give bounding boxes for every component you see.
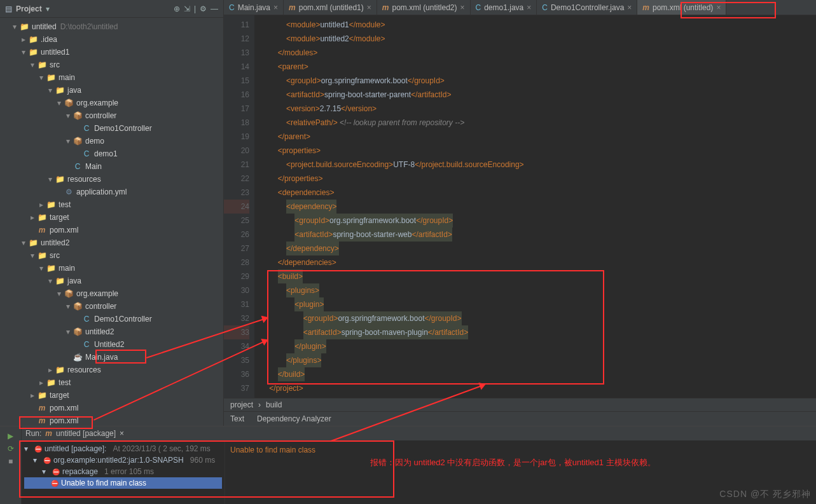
run-tree-row[interactable]: ▾⛔org.example:untitled2:jar:1.0-SNAPSH96…	[24, 454, 222, 466]
tree-item-label[interactable]: java	[67, 276, 81, 285]
tree-item-label[interactable]: untitled2	[41, 238, 69, 247]
tree-arrow-icon[interactable]: ▸	[37, 378, 46, 387]
run-icon[interactable]: ▶	[8, 432, 13, 440]
tree-item-label[interactable]: .idea	[41, 35, 57, 44]
tree-item-label[interactable]: test	[59, 200, 71, 209]
tree-arrow-icon[interactable]: ▾	[24, 444, 32, 453]
tree-arrow-icon[interactable]: ▾	[64, 327, 73, 336]
tree-row[interactable]: ▾📁untitled1	[0, 46, 223, 58]
project-tree[interactable]: ▾📁untitledD:\tooth2\untitled▸📁.idea▾📁unt…	[0, 18, 223, 426]
breadcrumb-item[interactable]: build	[266, 400, 282, 409]
editor-tab[interactable]: mpom.xml (untitled)×	[637, 0, 726, 15]
editor-tab[interactable]: CMain.java×	[224, 0, 284, 15]
tree-arrow-icon[interactable]: ▾	[28, 60, 37, 69]
tree-arrow-icon[interactable]: ▾	[19, 48, 28, 57]
code-line[interactable]: <groupId>org.springframework.boot</group…	[254, 214, 816, 228]
run-tabs[interactable]: Run: m untitled [package] ×	[22, 426, 816, 440]
tree-arrow-icon[interactable]: ▾	[33, 456, 41, 465]
close-icon[interactable]: ×	[627, 3, 632, 12]
tree-row[interactable]: ▾📦controller	[0, 300, 223, 313]
tree-item-label[interactable]: Untitled2	[94, 340, 124, 349]
tree-item-label[interactable]: pom.xml	[50, 404, 78, 412]
tree-item-label[interactable]: untitled	[32, 22, 57, 31]
tree-row[interactable]: ▾📁src	[0, 58, 223, 71]
tree-arrow-icon[interactable]: ▾	[10, 22, 19, 31]
editor-tab[interactable]: Cdemo1.java×	[471, 0, 537, 15]
editor-tab[interactable]: mpom.xml (untitled1)×	[284, 0, 377, 15]
code-line[interactable]: <module>untitled2</module>	[254, 32, 816, 46]
tree-item-label[interactable]: controller	[85, 111, 116, 120]
code-line[interactable]: <dependency>	[254, 200, 816, 214]
code-line[interactable]: </project>	[254, 381, 816, 395]
tree-item-label[interactable]: resources	[67, 365, 101, 374]
tree-row[interactable]: ▾📦controller	[0, 109, 223, 122]
tree-arrow-icon[interactable]: ▸	[37, 200, 46, 209]
tree-row[interactable]: ▾📁java	[0, 275, 223, 287]
tree-row[interactable]: CMain	[0, 160, 223, 173]
run-tree-row[interactable]: ▾⛔untitled [package]:At 2023/11/3 ( 2 se…	[24, 443, 222, 454]
tree-item-label[interactable]: target	[50, 213, 69, 222]
close-icon[interactable]: ×	[527, 3, 531, 12]
code-line[interactable]: <artifactId>spring-boot-starter-parent</…	[254, 88, 816, 102]
tree-row[interactable]: ▾📦demo	[0, 135, 223, 147]
tree-row[interactable]: ▾📁main	[0, 262, 223, 275]
code-line[interactable]: <artifactId>spring-boot-maven-plugin</ar…	[254, 325, 816, 339]
close-icon[interactable]: ×	[120, 429, 124, 438]
code-line[interactable]: <groupId>org.springframework.boot</group…	[254, 74, 816, 88]
tree-item-label[interactable]: Demo1Controller	[94, 124, 152, 133]
tree-arrow-icon[interactable]: ▾	[19, 238, 28, 247]
close-icon[interactable]: ×	[716, 3, 721, 12]
tree-arrow-icon[interactable]: ▾	[37, 73, 46, 82]
tree-row[interactable]: ☕Main.java	[0, 351, 223, 364]
tree-item-label[interactable]: demo1	[94, 149, 118, 158]
tree-item-label[interactable]: src	[50, 251, 60, 260]
tree-item-label[interactable]: src	[50, 60, 60, 69]
tree-arrow-icon[interactable]: ▾	[64, 302, 73, 311]
code-line[interactable]: <plugin>	[254, 297, 816, 311]
code-line[interactable]: </dependencies>	[254, 255, 816, 269]
tree-row[interactable]: ▾📁java	[0, 84, 223, 97]
code-line[interactable]: <module>untitled1</module>	[254, 18, 816, 32]
code-line[interactable]: <version>2.7.15</version>	[254, 102, 816, 116]
code-line[interactable]: <project.build.sourceEncoding>UTF-8</pro…	[254, 158, 816, 172]
tree-arrow-icon[interactable]: ▾	[64, 111, 73, 120]
run-tree-row[interactable]: ⛔Unable to find main class	[24, 477, 222, 489]
tree-item-label[interactable]: target	[50, 391, 69, 400]
close-icon[interactable]: ×	[273, 3, 278, 12]
tree-item-label[interactable]: untitled2	[85, 327, 114, 336]
tree-arrow-icon[interactable]: ▾	[55, 99, 64, 107]
tree-item-label[interactable]: Main	[85, 162, 102, 171]
editor-tabs[interactable]: CMain.java×mpom.xml (untitled1)×mpom.xml…	[224, 0, 816, 15]
tree-item-label[interactable]: untitled1	[41, 48, 69, 57]
subtab-text[interactable]: Text	[230, 414, 244, 423]
tree-arrow-icon[interactable]: ▾	[46, 175, 55, 184]
stop-icon[interactable]: ■	[8, 457, 13, 466]
code-line[interactable]: <build>	[254, 269, 816, 283]
tree-arrow-icon[interactable]: ▾	[28, 251, 37, 260]
run-tree[interactable]: ▾⛔untitled [package]:At 2023/11/3 ( 2 se…	[22, 440, 225, 504]
code-line[interactable]: </build>	[254, 367, 816, 381]
tree-arrow-icon[interactable]: ▾	[55, 289, 64, 298]
tree-row[interactable]: CDemo1Controller	[0, 122, 223, 135]
tree-row[interactable]: ▸📁.idea	[0, 33, 223, 46]
close-icon[interactable]: ×	[460, 3, 465, 12]
tree-row[interactable]: ▾📁untitled2	[0, 236, 223, 249]
tree-row[interactable]: ⚙application.yml	[0, 186, 223, 198]
tree-arrow-icon[interactable]: ▸	[46, 365, 55, 374]
tree-item-label[interactable]: pom.xml	[50, 226, 78, 235]
editor-tab[interactable]: mpom.xml (untitled2)×	[377, 0, 471, 15]
tree-item-label[interactable]: pom.xml	[50, 416, 78, 425]
tree-item-label[interactable]: java	[67, 86, 81, 95]
breadcrumb[interactable]: project › build	[224, 398, 816, 411]
tree-arrow-icon[interactable]: ▾	[37, 264, 46, 273]
tree-item-label[interactable]: main	[59, 73, 75, 82]
tree-row[interactable]: ▸📁test	[0, 376, 223, 389]
code-line[interactable]: <relativePath/> <!-- lookup parent from …	[254, 116, 816, 130]
code-body[interactable]: <module>untitled1</module> <module>untit…	[254, 15, 816, 398]
tree-row[interactable]: ▸📁test	[0, 198, 223, 211]
tree-arrow-icon[interactable]: ▾	[46, 276, 55, 285]
tree-row[interactable]: ▾📁src	[0, 249, 223, 262]
tree-row[interactable]: ▾📦untitled2	[0, 325, 223, 338]
tree-item-label[interactable]: controller	[85, 302, 116, 311]
code-line[interactable]: <dependencies>	[254, 186, 816, 200]
